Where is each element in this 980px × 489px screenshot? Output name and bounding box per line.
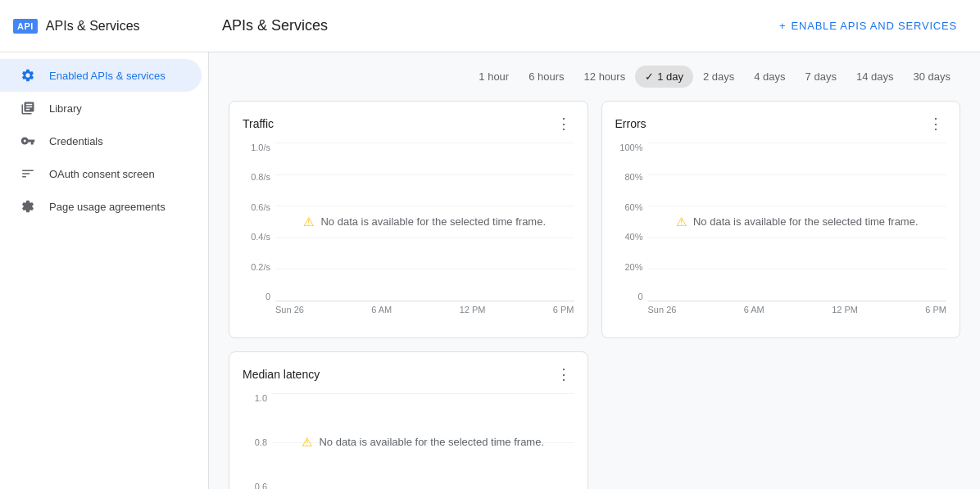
errors-chart-card: Errors ⋮ 100% 80% 60% 40% 20% 0 bbox=[601, 101, 961, 338]
latency-chart-header: Median latency ⋮ bbox=[243, 365, 574, 383]
errors-no-data-msg: No data is available for the selected ti… bbox=[693, 215, 919, 228]
y-label: 20% bbox=[624, 262, 642, 272]
errors-chart-area: 100% 80% 60% 40% 20% 0 bbox=[615, 143, 947, 315]
enable-apis-label: ENABLE APIS AND SERVICES bbox=[792, 20, 957, 32]
x-label: 12 PM bbox=[460, 305, 486, 315]
time-btn-14d[interactable]: 14 days bbox=[846, 66, 904, 88]
traffic-x-axis: Sun 26 6 AM 12 PM 6 PM bbox=[275, 305, 574, 315]
latency-no-data: ⚠ No data is available for the selected … bbox=[302, 435, 544, 450]
traffic-chart-plot: ⚠ No data is available for the selected … bbox=[275, 143, 574, 301]
latency-chart-plot: ⚠ No data is available for the selected … bbox=[272, 393, 574, 489]
latency-chart-area: 1.0 0.8 0.6 ⚠ No data is available for t… bbox=[243, 393, 574, 489]
traffic-chart-header: Traffic ⋮ bbox=[243, 115, 574, 133]
time-filter-bar: 1 hour 6 hours 12 hours ✓ 1 day 2 days 4… bbox=[229, 66, 960, 88]
sidebar-item-enabled-apis[interactable]: Enabled APIs & services bbox=[0, 59, 202, 92]
time-btn-7d[interactable]: 7 days bbox=[796, 66, 846, 88]
traffic-chart-title: Traffic bbox=[243, 117, 274, 130]
errors-chart-plot: ⚠ No data is available for the selected … bbox=[648, 143, 947, 301]
traffic-chart-menu[interactable]: ⋮ bbox=[553, 115, 574, 133]
traffic-chart-area: 1.0/s 0.8/s 0.6/s 0.4/s 0.2/s 0 bbox=[243, 143, 574, 315]
traffic-chart-inner: 1.0/s 0.8/s 0.6/s 0.4/s 0.2/s 0 bbox=[243, 143, 574, 301]
sidebar-label-page-usage: Page usage agreements bbox=[49, 201, 166, 213]
errors-chart-header: Errors ⋮ bbox=[615, 115, 947, 133]
sidebar-item-library[interactable]: Library bbox=[0, 92, 202, 125]
time-btn-1d-label: 1 day bbox=[657, 70, 683, 83]
x-label: 6 PM bbox=[925, 305, 946, 315]
x-label: 6 AM bbox=[744, 305, 764, 315]
y-label: 0 bbox=[637, 292, 642, 301]
sidebar-item-page-usage[interactable]: Page usage agreements bbox=[0, 190, 202, 223]
y-label: 0.6/s bbox=[251, 202, 270, 212]
page-title: APIs & Services bbox=[222, 17, 769, 34]
main-layout: Enabled APIs & services Library Credenti… bbox=[0, 52, 980, 489]
sidebar-item-credentials[interactable]: Credentials bbox=[0, 125, 202, 157]
x-label: Sun 26 bbox=[648, 305, 677, 315]
latency-y-axis: 1.0 0.8 0.6 bbox=[243, 393, 272, 489]
check-icon: ✓ bbox=[645, 70, 654, 83]
plus-icon: + bbox=[779, 20, 786, 32]
app-logo: API APIs & Services bbox=[13, 19, 222, 34]
y-label: 0 bbox=[265, 292, 270, 301]
charts-grid: Traffic ⋮ 1.0/s 0.8/s 0.6/s 0.4/s 0.2/s … bbox=[229, 101, 960, 338]
time-btn-4d[interactable]: 4 days bbox=[744, 66, 795, 88]
settings-icon bbox=[20, 67, 36, 84]
warning-icon: ⚠ bbox=[676, 215, 687, 229]
y-label: 40% bbox=[624, 232, 642, 242]
warning-icon: ⚠ bbox=[303, 215, 314, 229]
page-usage-icon bbox=[20, 198, 36, 215]
enable-apis-button[interactable]: + ENABLE APIS AND SERVICES bbox=[769, 13, 967, 38]
latency-chart-title: Median latency bbox=[243, 368, 320, 381]
sidebar-label-enabled-apis: Enabled APIs & services bbox=[49, 70, 166, 82]
app-logo-title: APIs & Services bbox=[46, 19, 140, 34]
traffic-no-data: ⚠ No data is available for the selected … bbox=[303, 215, 546, 229]
time-btn-12h[interactable]: 12 hours bbox=[574, 66, 636, 88]
y-label: 0.8/s bbox=[251, 172, 270, 182]
errors-chart-title: Errors bbox=[615, 117, 647, 130]
x-label: Sun 26 bbox=[275, 305, 304, 315]
latency-chart-card: Median latency ⋮ 1.0 0.8 0.6 ⚠ No da bbox=[229, 351, 588, 489]
y-label: 0.2/s bbox=[251, 262, 270, 272]
time-btn-6h[interactable]: 6 hours bbox=[519, 66, 574, 88]
time-btn-30d[interactable]: 30 days bbox=[903, 66, 960, 88]
oauth-icon bbox=[20, 165, 36, 182]
latency-chart-menu[interactable]: ⋮ bbox=[553, 365, 574, 383]
y-label: 0.4/s bbox=[251, 232, 270, 242]
sidebar-item-oauth[interactable]: OAuth consent screen bbox=[0, 157, 202, 190]
errors-chart-menu[interactable]: ⋮ bbox=[925, 115, 946, 133]
errors-chart-inner: 100% 80% 60% 40% 20% 0 bbox=[615, 143, 947, 301]
latency-no-data-msg: No data is available for the selected ti… bbox=[319, 436, 544, 448]
key-icon bbox=[20, 133, 36, 149]
sidebar-label-library: Library bbox=[49, 102, 82, 115]
x-label: 12 PM bbox=[832, 305, 858, 315]
x-label: 6 AM bbox=[371, 305, 392, 315]
traffic-y-axis: 1.0/s 0.8/s 0.6/s 0.4/s 0.2/s 0 bbox=[243, 143, 275, 301]
time-btn-1h[interactable]: 1 hour bbox=[469, 66, 519, 88]
sidebar-label-credentials: Credentials bbox=[49, 135, 103, 147]
errors-x-axis: Sun 26 6 AM 12 PM 6 PM bbox=[648, 305, 947, 315]
bottom-charts-row: Median latency ⋮ 1.0 0.8 0.6 ⚠ No da bbox=[229, 351, 960, 489]
x-label: 6 PM bbox=[553, 305, 574, 315]
traffic-no-data-msg: No data is available for the selected ti… bbox=[320, 215, 546, 228]
y-label: 80% bbox=[624, 172, 642, 182]
errors-no-data: ⚠ No data is available for the selected … bbox=[676, 215, 919, 229]
api-logo-box: API bbox=[13, 19, 38, 34]
errors-y-axis: 100% 80% 60% 40% 20% 0 bbox=[615, 143, 648, 301]
warning-icon: ⚠ bbox=[302, 435, 312, 450]
y-label: 0.8 bbox=[255, 437, 267, 447]
time-btn-1d[interactable]: ✓ 1 day bbox=[635, 66, 693, 88]
sidebar-label-oauth: OAuth consent screen bbox=[49, 168, 155, 180]
time-btn-2d[interactable]: 2 days bbox=[693, 66, 744, 88]
content-area: 1 hour 6 hours 12 hours ✓ 1 day 2 days 4… bbox=[209, 52, 980, 489]
library-icon bbox=[20, 100, 36, 116]
y-label: 1.0 bbox=[255, 393, 267, 403]
empty-chart-placeholder bbox=[601, 351, 961, 489]
y-label: 0.6 bbox=[255, 482, 267, 489]
top-header: API APIs & Services APIs & Services + EN… bbox=[0, 0, 980, 52]
sidebar: Enabled APIs & services Library Credenti… bbox=[0, 52, 209, 489]
y-label: 1.0/s bbox=[251, 143, 270, 152]
y-label: 60% bbox=[624, 202, 642, 212]
y-label: 100% bbox=[619, 143, 642, 152]
traffic-chart-card: Traffic ⋮ 1.0/s 0.8/s 0.6/s 0.4/s 0.2/s … bbox=[229, 101, 588, 338]
